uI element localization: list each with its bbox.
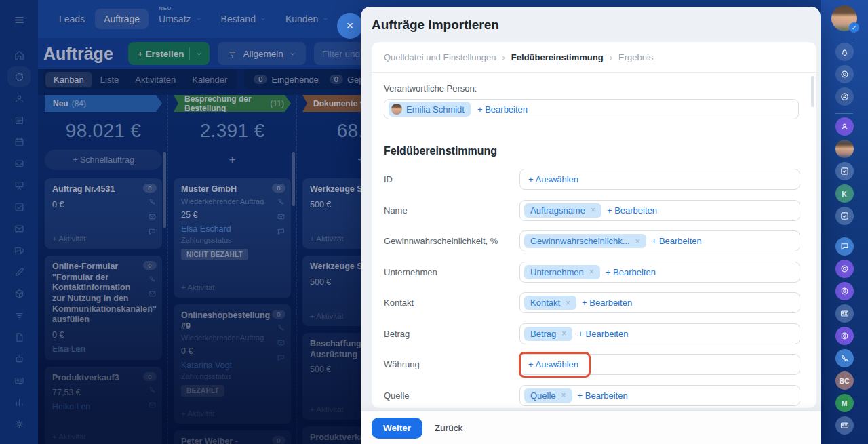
badge-icon[interactable] bbox=[7, 370, 31, 390]
calendar-icon[interactable] bbox=[7, 132, 31, 152]
kanban-card[interactable]: Produktverkauf377,53 €Heiko Len+ Aktivit… bbox=[45, 367, 162, 444]
mapped-column-chip[interactable]: Gewinnwahrscheinlichk...× bbox=[524, 234, 646, 248]
mapped-column-chip[interactable]: Unternehmen× bbox=[524, 265, 600, 279]
mail-icon[interactable] bbox=[277, 338, 285, 347]
chat-icon[interactable] bbox=[277, 227, 285, 236]
edit-link[interactable]: + Bearbeiten bbox=[606, 267, 656, 277]
add-activity-link[interactable]: + Aktivität bbox=[310, 405, 344, 413]
mail-icon[interactable] bbox=[277, 212, 285, 221]
check-icon[interactable] bbox=[7, 197, 31, 217]
mapped-column-chip[interactable]: Kontakt× bbox=[524, 296, 576, 310]
inbox-icon[interactable] bbox=[7, 153, 31, 174]
board-icon[interactable] bbox=[7, 175, 31, 195]
mapping-field-quelle[interactable]: Quelle×+ Bearbeiten bbox=[519, 385, 800, 406]
remove-chip-icon[interactable]: × bbox=[591, 205, 595, 215]
kanban-card[interactable]: Online-Formular "Formular der Kontaktinf… bbox=[45, 256, 162, 360]
counter-eingehende[interactable]: 0Eingehende bbox=[254, 75, 319, 85]
phone-icon[interactable] bbox=[835, 349, 854, 367]
add-activity-link[interactable]: + Aktivität bbox=[310, 235, 344, 243]
mapped-column-chip[interactable]: Quelle× bbox=[524, 388, 572, 403]
edit-link[interactable]: + Bearbeiten bbox=[477, 104, 528, 115]
chat-icon[interactable] bbox=[148, 227, 157, 236]
edit-link[interactable]: + Bearbeiten bbox=[578, 390, 628, 401]
add-activity-link[interactable]: + Aktivität bbox=[52, 346, 86, 354]
kanban-card[interactable]: Peter Weiber - Kommunikationskanal 70 €W… bbox=[174, 430, 291, 444]
select-link[interactable]: + Auswählen bbox=[528, 174, 578, 184]
badge-icon[interactable] bbox=[835, 416, 854, 435]
breadcrumb-step[interactable]: Ergebnis bbox=[618, 52, 653, 62]
mapping-field-unternehmen[interactable]: Unternehmen×+ Bearbeiten bbox=[519, 262, 800, 283]
panel-scrollbar[interactable] bbox=[811, 76, 814, 107]
responsible-chip[interactable]: Emilia Schmidt bbox=[389, 102, 471, 117]
spiral-icon[interactable] bbox=[835, 260, 854, 278]
remove-chip-icon[interactable]: × bbox=[566, 298, 570, 308]
mapping-field-betrag[interactable]: Betrag×+ Bearbeiten bbox=[519, 323, 800, 344]
phone-icon[interactable] bbox=[148, 386, 157, 395]
kanban-card[interactable]: Auftrag Nr.45310 €+ Aktivität0 bbox=[45, 178, 162, 249]
spiral-icon[interactable] bbox=[835, 327, 854, 345]
phone-icon[interactable] bbox=[277, 197, 285, 206]
remove-chip-icon[interactable]: × bbox=[561, 390, 566, 400]
mail-icon[interactable] bbox=[148, 289, 157, 298]
box-icon[interactable] bbox=[7, 283, 31, 304]
chat-swap-icon[interactable] bbox=[835, 87, 854, 106]
add-activity-link[interactable]: + Aktivität bbox=[310, 312, 344, 320]
tab-liste[interactable]: Liste bbox=[92, 72, 127, 87]
pipeline-icon[interactable] bbox=[7, 66, 31, 87]
phone-icon[interactable] bbox=[148, 197, 157, 206]
modal-close-button[interactable]: × bbox=[337, 13, 363, 39]
badge-icon[interactable] bbox=[835, 304, 854, 323]
add-activity-link[interactable]: + Aktivität bbox=[181, 409, 215, 418]
column-header[interactable]: Besprechung der Bestellung(11) bbox=[174, 95, 291, 112]
edit-link[interactable]: + Bearbeiten bbox=[652, 236, 702, 246]
bell-icon[interactable] bbox=[835, 43, 854, 61]
tab-aktivitäten[interactable]: Aktivitäten bbox=[127, 72, 184, 87]
pencil-icon[interactable] bbox=[7, 262, 31, 282]
mapped-column-chip[interactable]: Betrag× bbox=[524, 327, 572, 341]
chat-icon[interactable] bbox=[148, 304, 157, 313]
spiral-icon[interactable] bbox=[835, 65, 854, 83]
mapping-field-name[interactable]: Auftragsname×+ Bearbeiten bbox=[519, 200, 800, 221]
phone-icon[interactable] bbox=[148, 275, 157, 283]
contact-initials-m[interactable]: M bbox=[835, 394, 854, 412]
contact-avatar[interactable] bbox=[835, 140, 854, 158]
mail-icon[interactable] bbox=[148, 212, 157, 221]
mapping-field-waehrung[interactable]: + Auswählen bbox=[519, 354, 800, 375]
users-icon[interactable] bbox=[7, 88, 31, 108]
gear-icon[interactable] bbox=[7, 413, 31, 434]
add-activity-link[interactable]: + Aktivität bbox=[52, 235, 86, 243]
chevron-down-icon[interactable] bbox=[195, 50, 203, 58]
check-icon[interactable] bbox=[835, 207, 854, 225]
remove-chip-icon[interactable]: × bbox=[635, 237, 640, 246]
home-icon[interactable] bbox=[7, 45, 31, 65]
spiral-icon[interactable] bbox=[835, 282, 854, 300]
check-icon[interactable] bbox=[835, 162, 854, 180]
edit-link[interactable]: + Bearbeiten bbox=[578, 329, 628, 339]
edit-link[interactable]: + Bearbeiten bbox=[607, 205, 657, 216]
nav-item-kunden[interactable]: Kunden bbox=[277, 9, 338, 29]
phone-icon[interactable] bbox=[277, 323, 285, 332]
bot-icon[interactable] bbox=[7, 348, 31, 369]
card-contact-link[interactable]: Elsa Eschard bbox=[181, 224, 283, 234]
tab-kalender[interactable]: Kalender bbox=[184, 72, 235, 87]
add-activity-link[interactable]: + Aktivität bbox=[181, 283, 215, 291]
mail-icon[interactable] bbox=[148, 401, 157, 409]
column-scrollbar[interactable] bbox=[163, 152, 166, 228]
column-scrollbar[interactable] bbox=[292, 152, 295, 206]
person-add-icon[interactable] bbox=[835, 117, 854, 136]
back-button[interactable]: Zurück bbox=[435, 423, 462, 433]
remove-chip-icon[interactable]: × bbox=[561, 329, 566, 338]
news-icon[interactable] bbox=[7, 110, 31, 130]
mapping-field-kontakt[interactable]: Kontakt×+ Bearbeiten bbox=[519, 292, 800, 313]
breadcrumb-step[interactable]: Feldübereinstimmung bbox=[511, 52, 604, 62]
nav-item-aufträge[interactable]: Aufträge bbox=[95, 9, 149, 29]
mapping-field-gewinnwahrscheinlichkeit[interactable]: Gewinnwahrscheinlichk...×+ Bearbeiten bbox=[519, 230, 800, 251]
quick-add-button[interactable]: + Schnellauftrag bbox=[45, 150, 162, 170]
select-link[interactable]: + Auswählen bbox=[528, 359, 578, 369]
column-header[interactable]: Neu(84) bbox=[45, 95, 162, 112]
kanban-card[interactable]: Onlineshopbestellung #9Wiederkehrender A… bbox=[174, 304, 291, 424]
card-contact-link[interactable]: Heiko Len bbox=[52, 402, 155, 411]
user-avatar[interactable]: ✓ bbox=[831, 5, 857, 31]
funnel-icon[interactable] bbox=[7, 305, 31, 325]
next-button[interactable]: Weiter bbox=[372, 418, 422, 439]
